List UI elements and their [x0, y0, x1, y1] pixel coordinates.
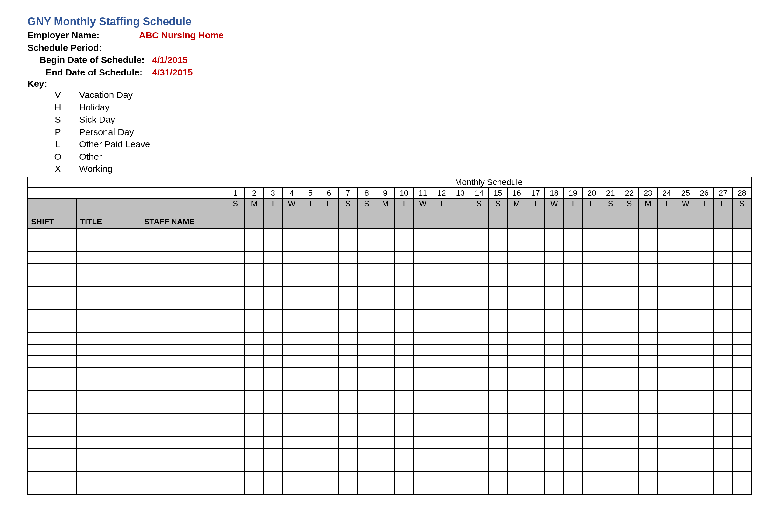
- cell-day[interactable]: [376, 309, 395, 321]
- cell-day[interactable]: [282, 414, 301, 425]
- cell-day[interactable]: [657, 391, 676, 402]
- cell-title[interactable]: [77, 263, 141, 275]
- cell-day[interactable]: [488, 333, 507, 344]
- cell-day[interactable]: [732, 367, 751, 379]
- cell-day[interactable]: [451, 286, 470, 298]
- cell-day[interactable]: [488, 275, 507, 286]
- cell-day[interactable]: [301, 321, 320, 333]
- cell-day[interactable]: [714, 425, 732, 437]
- cell-day[interactable]: [414, 240, 432, 252]
- cell-day[interactable]: [507, 414, 526, 425]
- cell-day[interactable]: [601, 460, 620, 471]
- cell-shift[interactable]: [28, 356, 77, 367]
- cell-day[interactable]: [395, 333, 414, 344]
- cell-day[interactable]: [563, 448, 583, 460]
- cell-day[interactable]: [301, 414, 320, 425]
- cell-day[interactable]: [470, 483, 489, 494]
- cell-day[interactable]: [676, 483, 695, 494]
- cell-day[interactable]: [507, 240, 526, 252]
- cell-day[interactable]: [657, 367, 676, 379]
- cell-day[interactable]: [545, 263, 563, 275]
- cell-day[interactable]: [695, 356, 714, 367]
- cell-day[interactable]: [338, 402, 357, 414]
- cell-day[interactable]: [714, 483, 732, 494]
- cell-day[interactable]: [620, 379, 639, 391]
- cell-day[interactable]: [414, 344, 432, 356]
- cell-day[interactable]: [526, 286, 545, 298]
- cell-day[interactable]: [320, 252, 339, 263]
- cell-day[interactable]: [320, 483, 339, 494]
- cell-day[interactable]: [451, 240, 470, 252]
- cell-day[interactable]: [432, 321, 451, 333]
- cell-day[interactable]: [301, 263, 320, 275]
- cell-day[interactable]: [583, 252, 601, 263]
- cell-day[interactable]: [657, 263, 676, 275]
- cell-day[interactable]: [676, 367, 695, 379]
- cell-day[interactable]: [470, 275, 489, 286]
- cell-day[interactable]: [507, 437, 526, 448]
- cell-day[interactable]: [714, 448, 732, 460]
- cell-day[interactable]: [263, 333, 282, 344]
- cell-day[interactable]: [282, 483, 301, 494]
- cell-day[interactable]: [226, 309, 245, 321]
- cell-day[interactable]: [545, 391, 563, 402]
- cell-day[interactable]: [301, 298, 320, 309]
- cell-day[interactable]: [695, 414, 714, 425]
- cell-day[interactable]: [282, 437, 301, 448]
- cell-shift[interactable]: [28, 483, 77, 494]
- cell-day[interactable]: [282, 240, 301, 252]
- cell-day[interactable]: [432, 460, 451, 471]
- cell-day[interactable]: [639, 321, 658, 333]
- cell-day[interactable]: [507, 425, 526, 437]
- cell-day[interactable]: [320, 263, 339, 275]
- cell-day[interactable]: [639, 286, 658, 298]
- cell-day[interactable]: [357, 391, 376, 402]
- cell-day[interactable]: [639, 309, 658, 321]
- cell-day[interactable]: [414, 252, 432, 263]
- cell-day[interactable]: [320, 448, 339, 460]
- cell-day[interactable]: [657, 356, 676, 367]
- cell-day[interactable]: [639, 298, 658, 309]
- cell-day[interactable]: [507, 286, 526, 298]
- cell-day[interactable]: [414, 309, 432, 321]
- cell-day[interactable]: [732, 437, 751, 448]
- cell-day[interactable]: [357, 460, 376, 471]
- cell-day[interactable]: [376, 333, 395, 344]
- cell-day[interactable]: [639, 356, 658, 367]
- cell-day[interactable]: [526, 402, 545, 414]
- cell-day[interactable]: [526, 425, 545, 437]
- cell-day[interactable]: [245, 333, 263, 344]
- cell-day[interactable]: [263, 356, 282, 367]
- cell-day[interactable]: [263, 379, 282, 391]
- cell-day[interactable]: [601, 344, 620, 356]
- cell-day[interactable]: [432, 471, 451, 483]
- cell-day[interactable]: [432, 275, 451, 286]
- cell-day[interactable]: [470, 379, 489, 391]
- cell-day[interactable]: [732, 471, 751, 483]
- cell-day[interactable]: [714, 402, 732, 414]
- cell-name[interactable]: [141, 402, 226, 414]
- cell-day[interactable]: [563, 391, 583, 402]
- cell-shift[interactable]: [28, 263, 77, 275]
- cell-day[interactable]: [563, 471, 583, 483]
- cell-day[interactable]: [657, 379, 676, 391]
- cell-day[interactable]: [639, 414, 658, 425]
- cell-shift[interactable]: [28, 391, 77, 402]
- cell-day[interactable]: [282, 379, 301, 391]
- cell-day[interactable]: [676, 298, 695, 309]
- cell-day[interactable]: [338, 286, 357, 298]
- cell-day[interactable]: [357, 483, 376, 494]
- cell-day[interactable]: [563, 344, 583, 356]
- cell-day[interactable]: [226, 460, 245, 471]
- cell-day[interactable]: [451, 471, 470, 483]
- cell-day[interactable]: [395, 356, 414, 367]
- cell-day[interactable]: [282, 425, 301, 437]
- cell-day[interactable]: [488, 448, 507, 460]
- cell-day[interactable]: [432, 448, 451, 460]
- cell-day[interactable]: [526, 263, 545, 275]
- cell-day[interactable]: [263, 275, 282, 286]
- cell-day[interactable]: [639, 402, 658, 414]
- cell-day[interactable]: [563, 379, 583, 391]
- cell-day[interactable]: [320, 356, 339, 367]
- cell-day[interactable]: [620, 321, 639, 333]
